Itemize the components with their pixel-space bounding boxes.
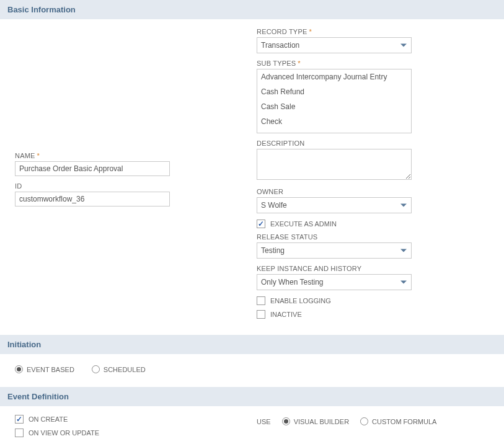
name-label: NAME* [15,152,232,159]
section-title: Initiation [7,340,41,349]
id-input[interactable] [15,192,170,206]
scheduled-label: SCHEDULED [104,366,146,373]
section-header-initiation: Initiation [0,335,504,354]
event-based-radio[interactable] [15,365,23,373]
custom-formula-label: CUSTOM FORMULA [372,418,436,425]
list-item[interactable]: Cash Refund [257,84,411,99]
on-create-label: ON CREATE [29,415,68,423]
enable-logging-label: ENABLE LOGGING [270,297,331,304]
chevron-down-icon [400,204,407,207]
owner-label: OWNER [257,188,489,195]
on-create-checkbox[interactable] [15,415,24,424]
owner-select[interactable]: S Wolfe [257,197,412,213]
record-type-select[interactable]: Transaction [257,37,412,53]
on-view-or-update-label: ON VIEW OR UPDATE [29,429,99,437]
chevron-down-icon [400,44,407,47]
section-header-basic-info: Basic Information [0,0,504,19]
on-view-or-update-checkbox[interactable] [15,428,24,437]
description-textarea[interactable] [257,149,412,180]
keep-instance-label: KEEP INSTANCE AND HISTORY [257,265,489,272]
section-body-event-def: ON CREATE ON VIEW OR UPDATE USE VISUAL B… [0,406,504,444]
section-body-basic-info: NAME* ID RECORD TYPE* Transaction [0,19,504,335]
release-status-label: RELEASE STATUS [257,233,489,241]
scheduled-radio[interactable] [92,365,100,373]
enable-logging-checkbox[interactable] [257,296,265,305]
name-input[interactable] [15,161,170,176]
chevron-down-icon [400,281,407,284]
description-label: DESCRIPTION [257,140,489,147]
use-label: USE [257,418,271,425]
execute-as-admin-checkbox[interactable] [257,220,265,228]
required-asterisk: * [298,60,300,67]
required-asterisk: * [309,28,311,35]
section-title: Event Definition [7,392,69,401]
section-title: Basic Information [7,5,76,14]
sub-types-listbox[interactable]: Advanced Intercompany Journal Entry Cash… [257,69,412,133]
list-item[interactable]: Check [257,114,411,129]
visual-builder-radio[interactable] [282,417,290,425]
required-asterisk: * [37,152,40,159]
section-body-initiation: EVENT BASED SCHEDULED [0,354,504,387]
custom-formula-radio[interactable] [360,417,368,425]
event-based-label: EVENT BASED [27,366,74,373]
inactive-label: INACTIVE [270,311,302,318]
execute-as-admin-label: EXECUTE AS ADMIN [270,220,337,228]
record-type-label: RECORD TYPE* [257,28,489,35]
chevron-down-icon [400,249,407,252]
keep-instance-select[interactable]: Only When Testing [257,274,412,290]
list-item[interactable]: Advanced Intercompany Journal Entry [257,69,411,84]
list-item[interactable]: Cash Sale [257,99,411,114]
id-label: ID [15,182,232,190]
visual-builder-label: VISUAL BUILDER [294,418,349,425]
inactive-checkbox[interactable] [257,310,265,319]
sub-types-label: SUB TYPES* [257,60,489,67]
release-status-select[interactable]: Testing [257,242,412,259]
section-header-event-def: Event Definition [0,387,504,406]
